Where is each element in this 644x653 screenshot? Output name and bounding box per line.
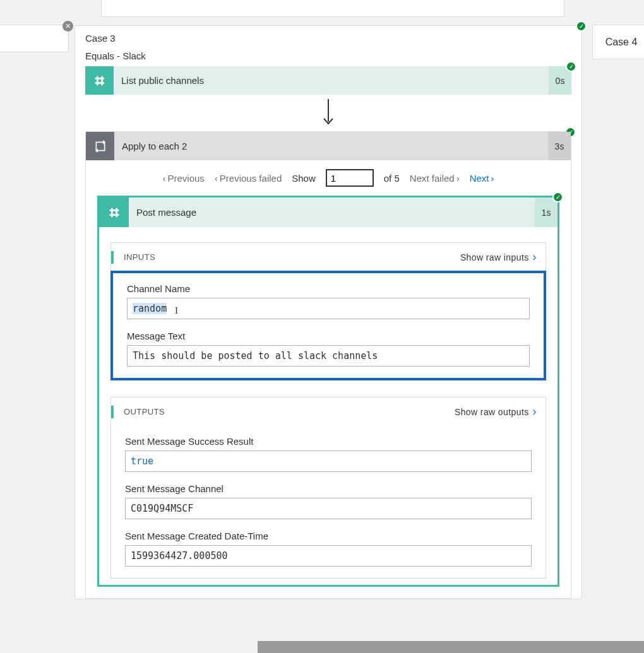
check-icon: ✓: [566, 61, 576, 72]
case-card-right[interactable]: Case 4: [592, 25, 644, 59]
channel-label: Sent Message Channel: [125, 483, 532, 494]
show-raw-outputs-button[interactable]: Show raw outputs ›: [455, 405, 537, 418]
case-title: Case 3: [75, 26, 581, 50]
channel-name-value: random: [133, 303, 167, 314]
chevron-right-icon: ›: [533, 250, 537, 264]
slack-icon: [85, 66, 114, 95]
post-message-card: ✓ Post message 1s INPUTS Show raw inputs…: [97, 196, 559, 587]
next-failed-button[interactable]: Next failed›: [410, 173, 460, 184]
of-total: of 5: [384, 173, 400, 184]
created-label: Sent Message Created Date-Time: [125, 531, 532, 541]
inputs-header: INPUTS: [111, 251, 155, 264]
case-card-left[interactable]: [0, 25, 69, 52]
channel-value-field[interactable]: C019Q94MSCF: [125, 498, 532, 519]
action-title: List public channels: [114, 66, 549, 95]
loop-duration: 3s: [548, 132, 571, 160]
next-button[interactable]: Next›: [470, 173, 494, 184]
loop-icon: [86, 132, 114, 160]
pager: ‹Previous ‹Previous failed Show of 5 Nex…: [86, 160, 571, 196]
loop-title: Apply to each 2: [114, 132, 548, 160]
post-duration: 1s: [535, 197, 558, 227]
outputs-section: OUTPUTS Show raw outputs › Sent Message …: [110, 397, 546, 579]
inputs-section: INPUTS Show raw inputs › Channel Name ra…: [110, 242, 546, 380]
previous-step-stub: [101, 0, 564, 17]
channel-value: C019Q94MSCF: [131, 503, 193, 514]
message-text-field[interactable]: This should be posted to all slack chann…: [127, 345, 530, 367]
inputs-highlight: Channel Name random I Message Text This …: [110, 271, 546, 380]
success-value-field[interactable]: true: [125, 450, 532, 472]
apply-to-each-container: ✓ Apply to each 2 3s ‹Previous ‹Previous…: [85, 131, 571, 599]
previous-failed-button[interactable]: ‹Previous failed: [215, 173, 282, 184]
success-value: true: [131, 456, 153, 467]
close-icon[interactable]: ✕: [63, 21, 73, 32]
arrow-down-icon: [85, 95, 571, 131]
show-raw-inputs-button[interactable]: Show raw inputs ›: [460, 250, 537, 264]
show-label: Show: [292, 173, 316, 184]
case-subtitle: Equals - Slack: [75, 50, 581, 66]
previous-button[interactable]: ‹Previous: [162, 173, 204, 184]
action-apply-to-each[interactable]: Apply to each 2 3s: [86, 132, 571, 160]
channel-name-field[interactable]: random I: [127, 298, 530, 319]
case4-label: Case 4: [605, 37, 638, 48]
action-post-message[interactable]: Post message 1s: [99, 197, 558, 227]
check-icon: ✓: [552, 192, 563, 203]
slack-icon: [99, 197, 129, 227]
channel-name-label: Channel Name: [127, 283, 530, 294]
case3-panel: ✓ Case 3 Equals - Slack ✓ List public ch…: [75, 25, 582, 599]
created-value: 1599364427.000500: [131, 550, 228, 562]
horizontal-scrollbar[interactable]: [258, 641, 644, 653]
chevron-right-icon: ›: [533, 405, 537, 418]
message-text-label: Message Text: [127, 331, 530, 341]
text-cursor-icon: I: [172, 305, 178, 315]
action-list-channels[interactable]: ✓ List public channels 0s: [85, 66, 571, 95]
success-label: Sent Message Success Result: [125, 436, 532, 447]
post-title: Post message: [129, 197, 535, 227]
message-text-value: This should be posted to all slack chann…: [133, 350, 378, 362]
page-input[interactable]: [326, 169, 374, 187]
check-icon: ✓: [576, 21, 587, 32]
created-value-field[interactable]: 1599364427.000500: [125, 545, 532, 567]
outputs-header: OUTPUTS: [111, 406, 165, 418]
